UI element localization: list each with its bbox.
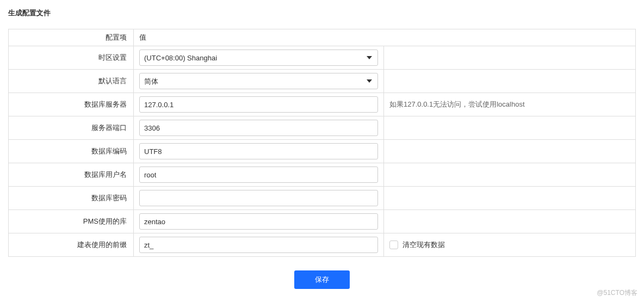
dbencoding-label: 数据库编码 (9, 140, 134, 163)
watermark: @51CTO博客 (597, 288, 637, 297)
dbpass-hint (384, 187, 636, 210)
dbport-label: 服务器端口 (9, 116, 134, 140)
row-tableprefix: 建表使用的前缀 清空现有数据 (9, 233, 636, 257)
row-dbencoding: 数据库编码 (9, 140, 636, 163)
timezone-select[interactable]: (UTC+08:00) Shanghai (139, 50, 378, 66)
cleardata-checkbox-wrap[interactable]: 清空现有数据 (389, 240, 630, 250)
dbname-input[interactable] (139, 213, 378, 230)
timezone-hint (384, 46, 636, 70)
header-value: 值 (134, 29, 636, 46)
button-row: 保存 (8, 270, 636, 289)
dbencoding-input[interactable] (139, 143, 378, 159)
dbname-label: PMS使用的库 (9, 210, 134, 233)
cleardata-label: 清空现有数据 (403, 240, 445, 250)
table-header-row: 配置项 值 (9, 29, 636, 46)
row-dbname: PMS使用的库 (9, 210, 636, 233)
tableprefix-label: 建表使用的前缀 (9, 233, 134, 257)
timezone-label: 时区设置 (9, 46, 134, 70)
dbuser-hint (384, 163, 636, 187)
language-label: 默认语言 (9, 70, 134, 93)
row-dbport: 服务器端口 (9, 116, 636, 140)
dbhost-input[interactable] (139, 96, 378, 113)
row-dbhost: 数据库服务器 如果127.0.0.1无法访问，尝试使用localhost (9, 93, 636, 116)
dbuser-label: 数据库用户名 (9, 163, 134, 187)
dbport-input[interactable] (139, 120, 378, 136)
dbuser-input[interactable] (139, 167, 378, 183)
language-hint (384, 70, 636, 93)
row-language: 默认语言 简体 (9, 70, 636, 93)
dbhost-label: 数据库服务器 (9, 93, 134, 116)
checkbox-icon[interactable] (389, 241, 398, 249)
dbname-hint (384, 210, 636, 233)
dbpass-label: 数据库密码 (9, 187, 134, 210)
dbport-hint (384, 116, 636, 140)
dbhost-hint: 如果127.0.0.1无法访问，尝试使用localhost (384, 93, 636, 116)
tableprefix-input[interactable] (139, 237, 378, 253)
config-table: 配置项 值 时区设置 (UTC+08:00) Shanghai 默认语言 简体 … (8, 29, 636, 257)
language-select[interactable]: 简体 (139, 73, 378, 89)
row-timezone: 时区设置 (UTC+08:00) Shanghai (9, 46, 636, 70)
dbencoding-hint (384, 140, 636, 163)
row-dbuser: 数据库用户名 (9, 163, 636, 187)
row-dbpass: 数据库密码 (9, 187, 636, 210)
save-button[interactable]: 保存 (294, 270, 350, 289)
page-title: 生成配置文件 (8, 8, 636, 18)
header-label: 配置项 (9, 29, 134, 46)
dbpass-input[interactable] (139, 190, 378, 206)
